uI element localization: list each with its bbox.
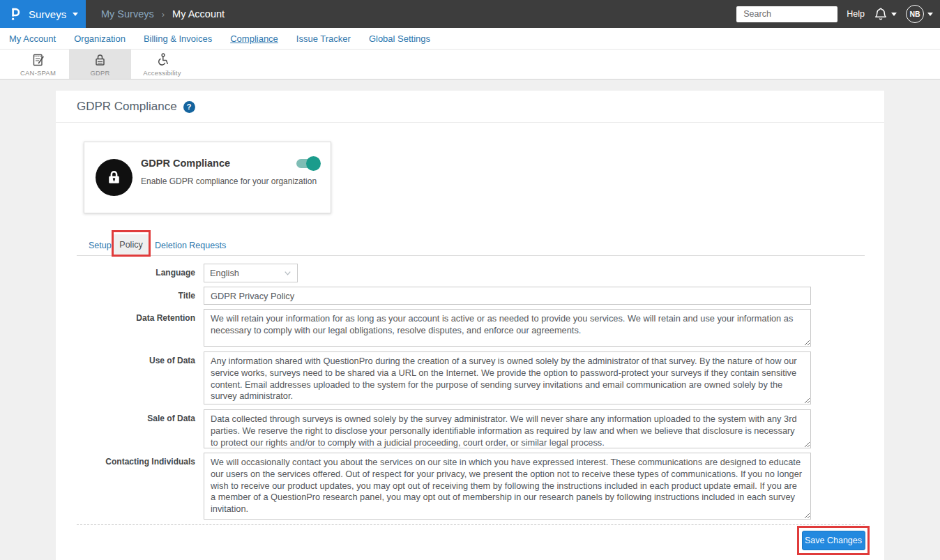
language-label: Language [56,268,195,278]
notifications-menu[interactable] [874,6,897,22]
subtab-label: GDPR [90,69,109,77]
use-of-data-textarea[interactable]: Any information shared with QuestionPro … [204,351,811,404]
bell-icon [874,6,888,22]
nav-item-organization[interactable]: Organization [74,33,126,44]
title-input[interactable] [204,287,811,305]
topbar-right: Help NB [736,0,933,28]
nav-item-global-settings[interactable]: Global Settings [369,33,430,44]
subtab-accessibility[interactable]: Accessibility [131,50,193,79]
search-box[interactable] [736,6,837,22]
sale-of-data-label: Sale of Data [56,414,195,423]
tab-deletion-requests[interactable]: Deletion Requests [155,241,226,250]
product-label: Surveys [29,8,66,20]
lock-badge [96,159,132,196]
lock-icon [105,168,123,187]
nav-item-billing-invoices[interactable]: Billing & Invoices [144,33,212,44]
tab-policy[interactable]: Policy [114,234,149,255]
questionpro-logo-icon [9,6,22,22]
avatar[interactable]: NB [906,5,924,23]
divider [77,524,865,525]
help-link[interactable]: Help [847,9,865,19]
use-of-data-label: Use of Data [56,356,195,365]
chevron-down-icon [927,13,933,16]
gdpr-compliance-panel: GDPR Compliance ? GDPR Compliance Enable… [56,91,884,560]
toggle-card-subtitle: Enable GDPR compliance for your organiza… [141,176,317,186]
language-selected-value: English [210,268,239,278]
page-title: GDPR Compliance [77,100,177,114]
gdpr-enabled-toggle[interactable] [296,159,319,168]
divider [56,122,884,123]
breadcrumb: My Surveys › My Account [101,0,225,28]
gdpr-toggle-card: GDPR Compliance Enable GDPR compliance f… [84,142,331,213]
subtab-label: CAN-SPAM [20,69,56,77]
topbar: Surveys My Surveys › My Account Help [0,0,940,28]
chevron-down-icon [73,13,78,16]
wheelchair-icon [155,52,169,67]
lock-icon [93,52,107,67]
tab-setup[interactable]: Setup [89,241,112,250]
data-retention-textarea[interactable]: We will retain your information for as l… [204,309,811,347]
memo-pencil-icon [31,52,45,67]
nav-item-compliance[interactable]: Compliance [230,33,278,44]
help-icon[interactable]: ? [183,101,195,113]
breadcrumb-separator-icon: › [162,9,165,20]
sale-of-data-textarea[interactable]: Data collected through surveys is owned … [204,409,811,448]
subtab-can-spam[interactable]: CAN-SPAM [7,50,69,79]
title-label: Title [56,291,195,301]
contacting-individuals-textarea[interactable]: We will occasionally contact you about t… [204,453,811,520]
breadcrumb-my-account: My Account [172,8,225,20]
user-menu[interactable]: NB [906,5,933,23]
chevron-down-icon [891,13,897,16]
nav-item-my-account[interactable]: My Account [9,33,56,44]
toggle-knob [306,156,321,171]
chevron-down-icon [283,268,292,278]
nav-item-issue-tracker[interactable]: Issue Tracker [296,33,351,44]
subtab-label: Accessibility [143,69,181,77]
page-head: GDPR Compliance ? [77,100,195,114]
annotation-highlight-save: Save Changes [797,526,870,555]
contacting-individuals-label: Contacting Individuals [56,457,195,467]
account-nav: My Account Organization Billing & Invoic… [0,28,940,50]
toggle-card-title: GDPR Compliance [141,158,230,169]
breadcrumb-my-surveys[interactable]: My Surveys [101,8,154,20]
screen: Surveys My Surveys › My Account Help [0,0,940,560]
save-changes-button[interactable]: Save Changes [802,531,865,550]
policy-tabs: Setup Policy Deletion Requests [77,236,865,256]
search-input[interactable] [743,9,856,19]
language-select[interactable]: English [204,264,298,282]
subtab-gdpr[interactable]: GDPR [69,50,131,79]
compliance-subtabs: CAN-SPAM GDPR Accessibility [0,50,940,80]
data-retention-label: Data Retention [56,313,195,323]
surveys-product-menu[interactable]: Surveys [0,0,86,28]
